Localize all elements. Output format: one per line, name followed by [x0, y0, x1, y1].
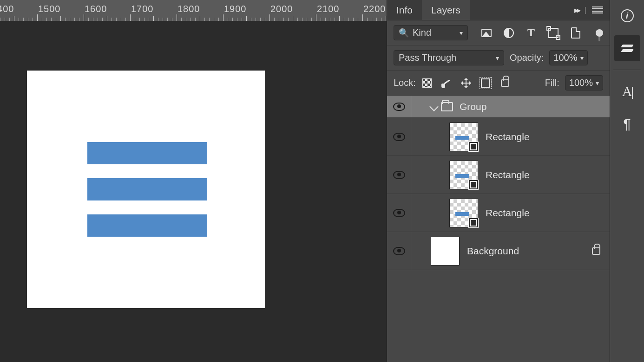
fill-input[interactable]: 100% ▾	[565, 75, 603, 90]
opacity-input[interactable]: 100% ▾	[549, 50, 587, 65]
lock-pixels-icon[interactable]	[441, 78, 452, 89]
ruler-label: 1500	[38, 4, 61, 14]
separator	[613, 70, 641, 70]
layer-name[interactable]: Background	[467, 246, 592, 257]
visibility-toggle[interactable]	[387, 232, 411, 270]
paragraph-panel-button[interactable]: ¶	[614, 111, 640, 137]
layer-thumbnail[interactable]	[449, 199, 478, 227]
folder-icon	[441, 102, 453, 111]
pilcrow-icon: ¶	[623, 116, 631, 132]
lock-icon[interactable]	[592, 247, 600, 255]
blend-mode-select[interactable]: Pass Through ▾	[394, 50, 504, 65]
panel-tabbar: Info Layers ▸▸ |	[387, 0, 610, 20]
layer-thumbnail[interactable]	[449, 161, 478, 189]
vector-mask-badge-icon	[468, 180, 479, 190]
ruler-label: 2200	[363, 4, 386, 14]
layer-name[interactable]: Rectangle	[486, 131, 600, 142]
right-toolstrip: A ¶	[610, 0, 644, 362]
layers-icon	[620, 41, 634, 55]
chevron-down-icon: ▾	[596, 79, 599, 87]
chevron-down-icon: ▾	[496, 54, 499, 62]
search-icon: 🔍	[399, 28, 409, 38]
lock-row: Lock: Fill: 100% ▾	[387, 71, 610, 96]
panel-menu-icon[interactable]	[592, 6, 603, 14]
lock-label: Lock:	[394, 78, 416, 88]
filter-pixel-icon[interactable]	[481, 27, 492, 39]
opacity-label: Opacity:	[510, 52, 544, 63]
layer-row-shape[interactable]: Rectangle	[387, 156, 610, 194]
ruler-label: 2000	[270, 4, 293, 14]
character-panel-button[interactable]: A	[614, 78, 640, 104]
lock-position-icon[interactable]	[460, 78, 472, 89]
layers-panel-button[interactable]	[614, 35, 640, 61]
blend-mode-value: Pass Through	[399, 52, 492, 63]
ruler-label: 1800	[177, 4, 200, 14]
visibility-toggle[interactable]	[387, 156, 411, 194]
layer-thumbnail[interactable]	[449, 123, 478, 151]
filter-smart-icon[interactable]	[570, 27, 581, 39]
shape-rectangle[interactable]	[87, 214, 207, 237]
visibility-toggle[interactable]	[387, 118, 411, 155]
lock-transparency-icon[interactable]	[421, 78, 433, 89]
ruler-label: 1900	[224, 4, 247, 14]
layers-list: Group Rectangle Rectangl	[387, 96, 610, 362]
filter-adjust-icon[interactable]	[503, 27, 514, 39]
shape-rectangle[interactable]	[87, 178, 207, 200]
opacity-value: 100%	[553, 52, 577, 63]
layer-name[interactable]: Group	[460, 101, 600, 112]
ruler-label: 1400	[0, 4, 14, 14]
lock-artboard-icon[interactable]	[480, 78, 491, 89]
vector-mask-badge-icon	[468, 218, 479, 228]
layers-panel: Info Layers ▸▸ | 🔍 Kind ▾ T	[387, 0, 610, 362]
filter-kind-select[interactable]: 🔍 Kind ▾	[394, 25, 468, 40]
chevron-down-icon: ▾	[460, 29, 463, 37]
ruler-label: 1700	[131, 4, 154, 14]
layer-filter-row: 🔍 Kind ▾ T	[387, 20, 610, 45]
filter-kind-value: Kind	[413, 27, 456, 38]
eye-icon	[393, 209, 405, 217]
layer-thumbnail[interactable]	[431, 237, 460, 265]
ruler-label: 1600	[85, 4, 107, 14]
layer-row-background[interactable]: Background	[387, 232, 610, 270]
layer-row-shape[interactable]: Rectangle	[387, 118, 610, 156]
eye-icon	[393, 171, 405, 179]
info-icon	[621, 9, 634, 22]
lock-all-icon[interactable]	[499, 78, 511, 89]
filter-shape-icon[interactable]	[548, 27, 559, 39]
visibility-toggle[interactable]	[387, 194, 411, 232]
eye-icon	[393, 133, 405, 141]
fill-label: Fill:	[545, 78, 559, 88]
type-cursor-icon: A	[622, 84, 632, 99]
visibility-toggle[interactable]	[387, 96, 411, 117]
info-panel-button[interactable]	[614, 3, 640, 29]
disclosure-triangle-icon[interactable]	[429, 102, 439, 111]
layer-name[interactable]: Rectangle	[486, 169, 600, 181]
tab-info[interactable]: Info	[387, 0, 422, 20]
eye-icon	[393, 103, 405, 111]
collapse-panel-icon[interactable]: ▸▸	[574, 5, 579, 15]
blend-row: Pass Through ▾ Opacity: 100% ▾	[387, 45, 610, 71]
ruler-horizontal[interactable]: 140015001600170018001900200021002200	[0, 0, 387, 21]
filter-type-icon[interactable]: T	[526, 27, 537, 39]
eye-icon	[393, 247, 405, 255]
layer-name[interactable]: Rectangle	[486, 207, 600, 219]
chevron-down-icon: ▾	[580, 54, 584, 62]
fill-value: 100%	[569, 78, 593, 88]
filter-toggle[interactable]	[596, 29, 603, 37]
tab-layers[interactable]: Layers	[422, 0, 470, 20]
artboard[interactable]	[27, 71, 265, 308]
layer-row-shape[interactable]: Rectangle	[387, 194, 610, 232]
canvas-viewport[interactable]: 140015001600170018001900200021002200	[0, 0, 387, 362]
layer-row-group[interactable]: Group	[387, 96, 610, 118]
shape-rectangle[interactable]	[87, 142, 207, 164]
vector-mask-badge-icon	[468, 142, 479, 152]
ruler-label: 2100	[317, 4, 340, 14]
